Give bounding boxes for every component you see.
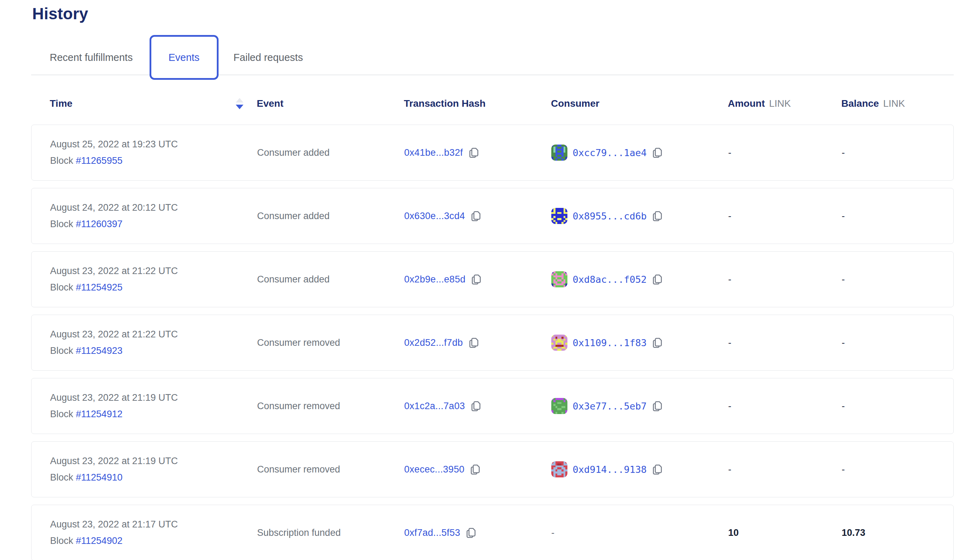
transaction-hash-link[interactable]: 0x2b9e...e85d [404,274,465,285]
amount-value: - [728,464,842,475]
time-cell: August 24, 2022 at 20:12 UTC Block #1126… [50,202,257,230]
transaction-hash-link[interactable]: 0x2d52...f7db [404,337,463,348]
time-cell: August 25, 2022 at 19:23 UTC Block #1126… [50,139,257,166]
block-label: Block [50,282,73,293]
transaction-hash-cell: 0x2b9e...e85d [404,273,551,285]
transaction-hash-link[interactable]: 0xf7ad...5f53 [404,527,460,538]
amount-value: - [728,147,842,158]
table-row: August 23, 2022 at 21:17 UTC Block #1125… [31,505,954,560]
block-line: Block #11265955 [50,155,257,166]
copy-icon[interactable] [470,400,481,412]
amount-value: - [728,337,842,348]
event-date: August 23, 2022 at 21:22 UTC [50,266,257,277]
column-header-amount: Amount LINK [728,98,841,109]
transaction-hash-link[interactable]: 0x41be...b32f [404,147,463,158]
consumer-avatar [551,271,567,287]
block-label: Block [50,472,73,483]
balance-value: - [842,147,954,158]
tab-failed-requests[interactable]: Failed requests [234,52,303,63]
consumer-avatar [551,145,567,161]
column-header-time[interactable]: Time [50,98,257,109]
sort-desc-icon [236,105,243,109]
event-date: August 25, 2022 at 19:23 UTC [50,139,257,150]
copy-icon[interactable] [468,147,480,158]
time-cell: August 23, 2022 at 21:19 UTC Block #1125… [50,392,257,420]
consumer-avatar [551,208,567,224]
tab-events[interactable]: Events [150,35,219,80]
consumer-cell: - - [551,527,728,538]
time-cell: August 23, 2022 at 21:19 UTC Block #1125… [50,456,257,483]
consumer-empty-dash: - [551,527,555,538]
transaction-hash-cell: 0x41be...b32f [404,147,551,158]
copy-icon[interactable] [470,210,481,222]
copy-icon[interactable] [471,273,482,285]
consumer-cell: 0xd8ac...f052 [551,271,728,287]
transaction-hash-link[interactable]: 0x630e...3cd4 [404,211,465,222]
column-header-balance: Balance LINK [841,98,954,109]
history-tabs: Recent fulfillments Events Failed reques… [31,35,303,80]
block-number-link[interactable]: #11254912 [76,409,123,419]
block-number-link[interactable]: #11254925 [76,282,123,293]
copy-icon[interactable] [652,463,663,475]
block-number-link[interactable]: #11254902 [76,535,123,546]
transaction-hash-link[interactable]: 0xecec...3950 [404,464,465,475]
consumer-address-link[interactable]: 0x1109...1f83 [573,337,647,348]
consumer-cell: 0x1109...1f83 [551,335,728,351]
consumer-address-link[interactable]: 0xcc79...1ae4 [573,147,647,158]
consumer-cell: 0xd914...9138 [551,461,728,477]
column-header-transaction-hash: Transaction Hash [404,98,551,109]
sort-arrows-icon[interactable] [236,98,243,109]
table-row: August 24, 2022 at 20:12 UTC Block #1126… [31,188,954,244]
copy-icon[interactable] [465,527,477,538]
copy-icon[interactable] [652,337,663,348]
event-date: August 23, 2022 at 21:19 UTC [50,456,257,467]
copy-icon[interactable] [470,463,481,475]
tab-recent-fulfillments[interactable]: Recent fulfillments [50,52,133,63]
page-title: History [32,4,88,23]
block-line: Block #11254923 [50,345,257,356]
time-cell: August 23, 2022 at 21:17 UTC Block #1125… [50,519,257,547]
table-row: August 23, 2022 at 21:22 UTC Block #1125… [31,315,954,371]
consumer-address-link[interactable]: 0x3e77...5eb7 [573,401,647,412]
balance-value: 10.73 [842,527,954,538]
block-label: Block [50,345,73,356]
event-type: Consumer added [257,147,404,158]
transaction-hash-cell: 0x1c2a...7a03 [404,400,551,412]
block-number-link[interactable]: #11265955 [76,155,123,166]
event-type: Consumer removed [257,337,404,348]
column-header-event: Event [257,98,404,109]
transaction-hash-cell: 0x2d52...f7db [404,337,551,348]
event-type: Subscription funded [257,527,404,538]
consumer-address-link[interactable]: 0xd914...9138 [573,464,647,475]
consumer-address-link[interactable]: 0xd8ac...f052 [573,274,647,285]
table-row: August 23, 2022 at 21:22 UTC Block #1125… [31,251,954,307]
block-label: Block [50,219,73,229]
consumer-avatar [551,398,567,414]
balance-value: - [842,464,954,475]
event-type: Consumer removed [257,464,404,475]
block-number-link[interactable]: #11260397 [76,219,123,229]
block-line: Block #11260397 [50,219,257,230]
transaction-hash-cell: 0x630e...3cd4 [404,210,551,222]
block-label: Block [50,535,73,546]
sort-asc-icon [236,98,243,103]
transaction-hash-link[interactable]: 0x1c2a...7a03 [404,401,465,412]
balance-value: - [842,401,954,412]
time-cell: August 23, 2022 at 21:22 UTC Block #1125… [50,266,257,293]
event-date: August 23, 2022 at 21:17 UTC [50,519,257,530]
consumer-cell: 0xcc79...1ae4 [551,145,728,161]
block-number-link[interactable]: #11254923 [76,345,123,356]
copy-icon[interactable] [468,337,480,348]
block-number-link[interactable]: #11254910 [76,472,123,483]
block-line: Block #11254910 [50,472,257,483]
copy-icon[interactable] [652,210,663,222]
events-table-body: August 25, 2022 at 19:23 UTC Block #1126… [31,125,954,560]
event-date: August 24, 2022 at 20:12 UTC [50,202,257,213]
consumer-address-link[interactable]: 0x8955...cd6b [573,211,647,222]
balance-value: - [842,274,954,285]
copy-icon[interactable] [652,147,663,158]
amount-unit-label: LINK [769,98,791,109]
copy-icon[interactable] [652,273,663,285]
event-date: August 23, 2022 at 21:19 UTC [50,392,257,403]
copy-icon[interactable] [652,400,663,412]
